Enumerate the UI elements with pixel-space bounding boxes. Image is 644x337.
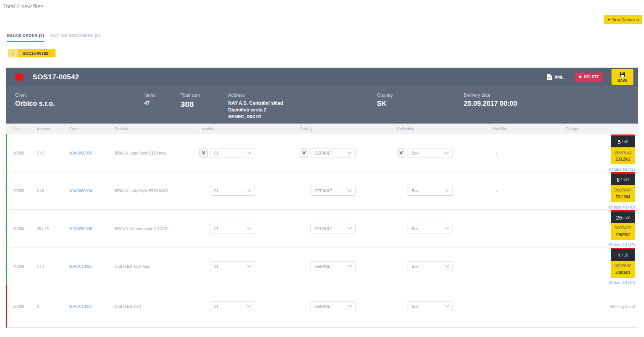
usability-value: - [490,151,564,155]
sort-by-select[interactable]: DEFAULT [310,261,356,271]
collecting-select[interactable]: Box [408,301,453,311]
fill-down-button[interactable] [397,148,405,158]
x-icon: ✖ [579,75,582,79]
product-code-link[interactable]: 10AS060005 [69,151,92,155]
table-row: 30000 26 / 26 10AS260006 BRAUN Náhradní … [6,210,638,247]
save-label: SAVE [618,79,628,83]
row-status-bar [6,285,7,328]
hu-zcode: Z052202 [612,233,634,237]
country-value: SK [377,100,464,108]
product-code-link[interactable]: 10AS260006 [69,226,92,231]
sort-by-select[interactable]: DEFAULT [310,148,356,158]
product-code-link[interactable]: 10PO010005 [69,264,93,269]
fill-down-button[interactable] [199,148,208,158]
chevron-down-icon [445,305,449,308]
document-nav: ‹ SOC18-06782 › [8,49,56,57]
location-select-value: 01 [214,304,219,309]
hu-zcode: Z011904 [612,195,634,199]
hu-card[interactable]: 1 / 10 0002582 Z081501 [611,248,635,278]
hu-card[interactable]: 5 / 40 0007653 Z031502 [611,134,635,164]
row-status-bar [6,210,7,247]
sort-by-select[interactable]: DEFAULT [310,301,356,311]
sortby-select-value: DEFAULT [315,189,332,193]
new-operation-button[interactable]: + New Operation [604,15,642,24]
location-select[interactable]: 01 [210,148,255,158]
usability-value: - [490,304,564,309]
svg-text:</>: </> [547,76,551,79]
sort-by-select[interactable]: DEFAULT [310,224,356,233]
hu-count: 26 [616,214,622,221]
others-hu-link[interactable]: Others HU (8) [609,205,635,209]
collecting-select[interactable]: Box [408,261,453,271]
save-button[interactable]: SAVE [612,69,633,85]
others-hu-link[interactable]: Others HU (2) [609,280,635,285]
others-hu-link[interactable]: Others HU (2) [609,167,635,172]
order-id: SOS17-00542 [32,73,79,81]
hu-of: / 29 [624,215,630,220]
chevron-left-icon: ‹ [12,50,14,56]
tab-out-inv-document[interactable]: OUT INV DOCUMENT (0) [50,33,100,42]
chevron-down-icon [347,151,352,155]
row-status-bar [6,247,7,285]
usability-value: - [490,264,564,269]
column-header-amount: Amount [34,127,67,131]
column-header-code: Code [67,127,112,131]
chevron-down-icon [445,151,449,155]
double-chevron-down-icon [302,151,306,155]
product-name: BRAUN Lady Style 5160 new [112,151,197,155]
total-sum-value: 308 [181,100,228,109]
collecting-select[interactable]: Box [408,186,453,196]
amount-value: 6 / 6 [34,189,67,193]
collecting-select-value: Box [412,264,419,269]
chevron-down-icon [445,189,449,192]
location-select[interactable]: 01 [210,301,255,311]
product-code-link[interactable]: 10AS060004 [69,189,92,193]
collecting-select-value: Box [412,151,419,155]
line-value: 30000 [11,226,34,231]
line-value: 40000 [11,264,34,269]
prev-document-button[interactable]: ‹ [8,49,18,57]
current-document-button[interactable]: SOC18-06782 › [18,49,56,57]
collecting-select-value: Box [412,304,419,309]
collecting-select[interactable]: Box [408,224,453,233]
table-body: 10000 5 / 5 10AS060005 BRAUN Lady Style … [6,134,638,328]
fill-down-button[interactable] [300,148,308,158]
product-name: Oral-B EB 10-2 Kids [112,264,197,269]
hu-card[interactable]: 26 / 29 0007479 Z052202 [611,210,635,240]
hu-code: 0007479 [612,226,634,230]
line-value: 20000 [11,189,34,193]
order-title-bar: SOS17-00542 </> XML ✖ DELETE [6,68,638,86]
location-select[interactable]: 01 [210,261,255,271]
column-header-product: Product [112,127,197,131]
collecting-select[interactable]: Box [408,148,453,158]
amount-value: 8 [34,304,67,309]
table-row: 40000 1 / 1 10PO010005 Oral-B EB 10-2 Ki… [6,247,638,285]
delivery-date-value: 25.09.2017 00:00 [464,100,634,108]
column-header-line: Line [11,127,34,131]
hu-card[interactable]: 6 / 434 0007647 Z011904 [611,172,635,202]
location-select[interactable]: 01 [210,224,255,233]
row-status-bar [6,172,7,210]
table-row: 10000 5 / 5 10AS060005 BRAUN Lady Style … [6,134,638,172]
table-row: 50000 8 10PO010017 Oral-B EB 20-2 01 [6,285,638,328]
floppy-disk-icon [619,71,625,77]
sort-by-select[interactable]: DEFAULT [310,186,356,196]
hu-count: 5 [618,139,621,145]
xml-button[interactable]: </> XML [547,74,564,80]
chevron-down-icon [445,227,449,230]
sortby-select-value: DEFAULT [315,151,332,155]
delete-button[interactable]: ✖ DELETE [575,73,603,82]
tab-sales-order[interactable]: SALES ORDER (2) [7,33,44,42]
line-value: 10000 [11,151,34,155]
product-code-link[interactable]: 10PO010017 [69,304,93,309]
others-hu-link[interactable]: Others HU (5) [609,243,635,247]
chevron-down-icon [347,305,352,308]
location-select[interactable]: 01 [210,186,255,196]
column-header-usability: Usability [490,127,564,131]
hu-code: 0007653 [612,150,634,155]
status-circle-icon [15,73,23,81]
total-files-label: Total 2 new files [3,3,43,9]
delete-label: DELETE [584,75,599,79]
xml-file-icon: </> [547,74,552,80]
chevron-down-icon [247,189,252,192]
